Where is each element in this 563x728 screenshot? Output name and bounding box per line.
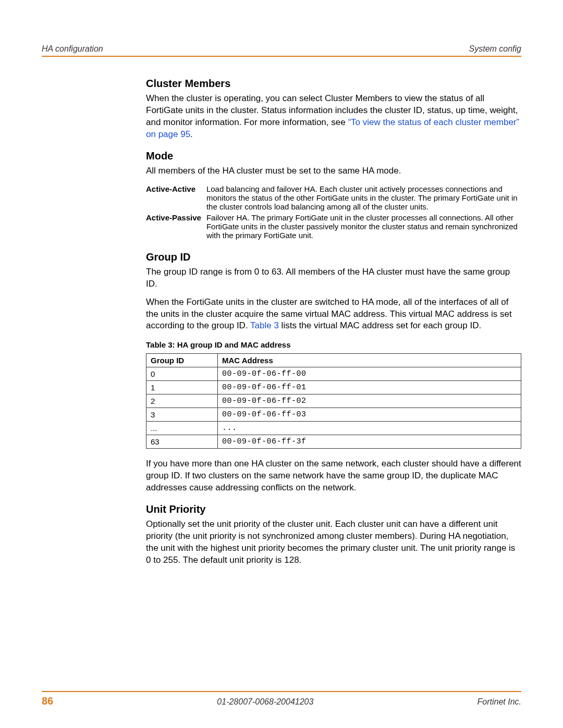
group-id-para2: When the FortiGate units in the cluster … — [146, 297, 521, 332]
group-id-para2-b: lists the virtual MAC address set for ea… — [279, 320, 481, 330]
mac-address-table: Group ID MAC Address 0 00-09-0f-06-ff-00… — [146, 353, 521, 449]
footer-row: 86 01-28007-0068-20041203 Fortinet Inc. — [42, 695, 521, 707]
cell-mac: 00-09-0f-06-ff-01 — [218, 381, 521, 394]
page-footer: 86 01-28007-0068-20041203 Fortinet Inc. — [42, 691, 521, 707]
cell-mac: 00-09-0f-06-ff-02 — [218, 394, 521, 408]
cell-mac: 00-09-0f-06-ff-3f — [218, 435, 521, 449]
cell-group-id: 2 — [146, 394, 218, 408]
mode-desc-active-active: Load balancing and failover HA. Each clu… — [206, 183, 521, 212]
table-row: 1 00-09-0f-06-ff-01 — [146, 381, 521, 394]
cell-group-id: 0 — [146, 367, 218, 381]
cell-group-id: 63 — [146, 435, 218, 449]
footer-docid: 01-28007-0068-20041203 — [217, 697, 313, 707]
table-row: ... ... — [146, 422, 521, 435]
table-row: 2 00-09-0f-06-ff-02 — [146, 394, 521, 408]
table-header-row: Group ID MAC Address — [146, 354, 521, 367]
heading-cluster-members: Cluster Members — [146, 78, 521, 90]
table-row: 63 00-09-0f-06-ff-3f — [146, 435, 521, 449]
col-header-mac: MAC Address — [218, 354, 521, 367]
heading-unit-priority: Unit Priority — [146, 503, 521, 515]
footer-rule — [42, 691, 521, 692]
col-header-group-id: Group ID — [146, 354, 218, 367]
content-column: Cluster Members When the cluster is oper… — [146, 78, 521, 566]
table-row: 0 00-09-0f-06-ff-00 — [146, 367, 521, 381]
crossref-table-3[interactable]: Table 3 — [250, 320, 279, 330]
page-number: 86 — [42, 695, 53, 707]
mode-row-active-active: Active-Active Load balancing and failove… — [146, 183, 521, 212]
header-rule — [42, 56, 521, 57]
cell-mac: 00-09-0f-06-ff-00 — [218, 367, 521, 381]
heading-mode: Mode — [146, 150, 521, 162]
footer-company: Fortinet Inc. — [478, 697, 521, 707]
unit-priority-para: Optionally set the unit priority of the … — [146, 519, 521, 566]
cluster-members-text-b: . — [190, 129, 193, 139]
mode-row-active-passive: Active-Passive Failover HA. The primary … — [146, 212, 521, 241]
heading-group-id: Group ID — [146, 251, 521, 263]
cell-group-id: 3 — [146, 408, 218, 422]
cell-mac: 00-09-0f-06-ff-03 — [218, 408, 521, 422]
cell-mac: ... — [218, 422, 521, 435]
mode-term-active-passive: Active-Passive — [146, 212, 206, 241]
mode-intro: All members of the HA cluster must be se… — [146, 165, 521, 177]
table-3-caption: Table 3: HA group ID and MAC address — [146, 340, 521, 349]
header-right: System config — [469, 44, 521, 54]
mode-definition-list: Active-Active Load balancing and failove… — [146, 183, 521, 241]
group-id-para1: The group ID range is from 0 to 63. All … — [146, 266, 521, 290]
mode-desc-active-passive: Failover HA. The primary FortiGate unit … — [206, 212, 521, 241]
header-left: HA configuration — [42, 44, 103, 54]
running-header: HA configuration System config — [42, 44, 521, 54]
group-id-para3: If you have more than one HA cluster on … — [146, 458, 521, 494]
cluster-members-para: When the cluster is operating, you can s… — [146, 93, 521, 141]
cell-group-id: 1 — [146, 381, 218, 394]
page: HA configuration System config Cluster M… — [0, 0, 563, 728]
table-row: 3 00-09-0f-06-ff-03 — [146, 408, 521, 422]
cell-group-id: ... — [146, 422, 218, 435]
mode-term-active-active: Active-Active — [146, 183, 206, 212]
